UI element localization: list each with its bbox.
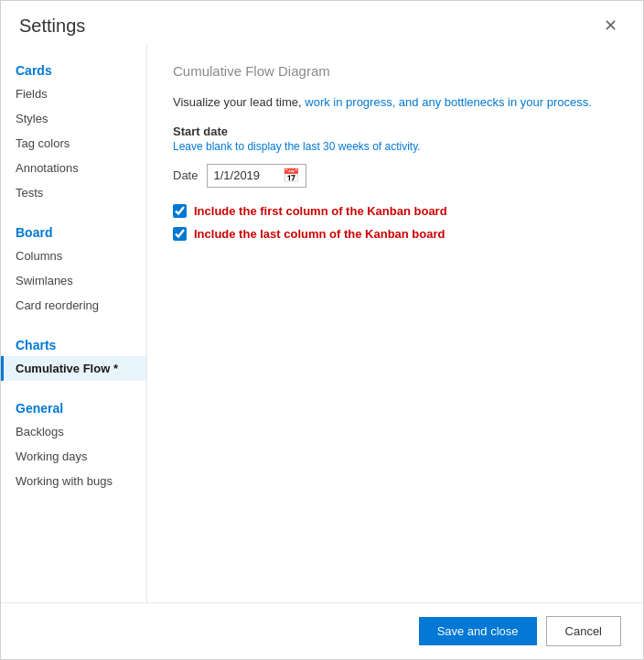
dialog-title: Settings [19,16,85,37]
date-row: Date 📅 [173,164,617,188]
include-first-column-checkbox[interactable] [173,204,187,218]
sidebar: Cards Fields Styles Tag colors Annotatio… [1,45,147,602]
sidebar-section-board[interactable]: Board [1,216,146,243]
dialog-body: Cards Fields Styles Tag colors Annotatio… [1,45,643,602]
save-and-close-button[interactable]: Save and close [419,617,537,645]
start-date-label: Start date [173,124,617,138]
sidebar-section-charts[interactable]: Charts [1,329,146,356]
sidebar-item-columns[interactable]: Columns [1,243,146,268]
sidebar-item-backlogs[interactable]: Backlogs [1,419,146,444]
highlight-text: work in progress, and any bottlenecks in… [305,95,592,109]
dialog-header: Settings ✕ [1,1,643,45]
sidebar-section-cards[interactable]: Cards [1,54,146,81]
include-last-column-label: Include the last column of the Kanban bo… [194,227,445,241]
dialog-footer: Save and close Cancel [1,602,643,659]
close-button[interactable]: ✕ [596,14,625,38]
checkbox-row-2: Include the last column of the Kanban bo… [173,227,617,241]
description: Visualize your lead time, work in progre… [173,93,617,112]
sidebar-item-swimlanes[interactable]: Swimlanes [1,268,146,293]
date-input-wrap: 📅 [207,164,306,188]
settings-dialog: Settings ✕ Cards Fields Styles Tag color… [0,0,644,660]
sidebar-item-fields[interactable]: Fields [1,81,146,106]
sidebar-item-card-reordering[interactable]: Card reordering [1,293,146,318]
page-title: Cumulative Flow Diagram [173,63,617,79]
sidebar-section-general[interactable]: General [1,392,146,419]
include-last-column-checkbox[interactable] [173,227,187,241]
include-first-column-label: Include the first column of the Kanban b… [194,204,447,218]
date-input[interactable] [213,168,277,182]
sidebar-item-annotations[interactable]: Annotations [1,156,146,180]
main-content: Cumulative Flow Diagram Visualize your l… [147,45,643,602]
calendar-icon[interactable]: 📅 [283,168,300,184]
date-label: Date [173,168,198,182]
sidebar-item-working-days[interactable]: Working days [1,444,146,469]
sidebar-item-tests[interactable]: Tests [1,180,146,205]
start-date-hint: Leave blank to display the last 30 weeks… [173,140,617,153]
sidebar-item-working-with-bugs[interactable]: Working with bugs [1,469,146,493]
cancel-button[interactable]: Cancel [546,616,621,646]
sidebar-item-tag-colors[interactable]: Tag colors [1,131,146,156]
sidebar-item-styles[interactable]: Styles [1,106,146,131]
sidebar-item-cumulative-flow[interactable]: Cumulative Flow * [1,356,146,381]
checkbox-row-1: Include the first column of the Kanban b… [173,204,617,218]
